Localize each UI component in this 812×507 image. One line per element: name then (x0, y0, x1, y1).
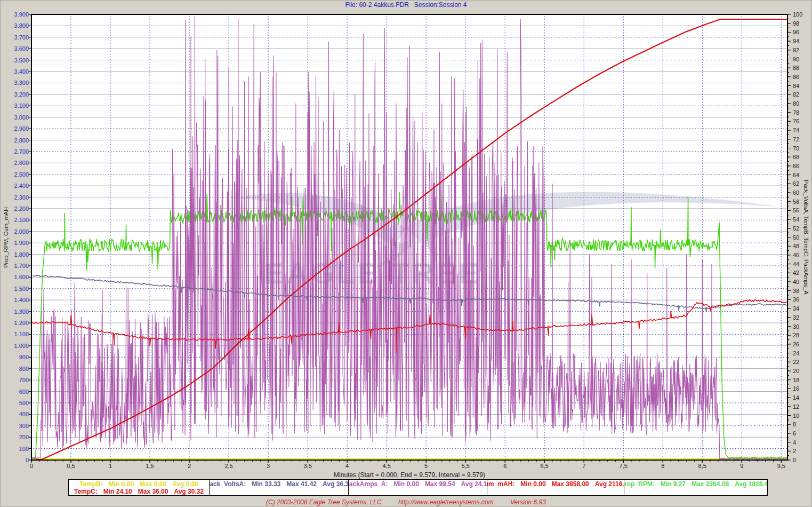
left-axis-tick-label: 1.700 (3, 263, 29, 270)
left-axis-tick-label: 2.200 (3, 205, 29, 212)
right-axis-tick-label: 46 (793, 252, 799, 259)
right-axis-tick-label: 20 (793, 368, 799, 375)
left-axis-tick-label: 3.500 (3, 57, 29, 64)
right-axis-tick-label: 6 (793, 430, 796, 437)
right-axis-title: Pack_VoltsA, TempB, TempC, PackAmps_A (801, 14, 811, 460)
right-axis-tick-label: 80 (793, 100, 799, 107)
plot-area: EAGLE TREE SYSTEMS (31, 14, 787, 460)
right-axis-tick-label: 4 (793, 439, 796, 446)
x-axis-tick-label: 9 (730, 463, 753, 470)
left-axis-tick-label: 200 (3, 434, 29, 441)
legend-cell: PackAmps_A:Min 0.00Max 99.54Avg 24.16 (349, 480, 487, 495)
right-axis-tick-label: 12 (793, 403, 799, 410)
right-axis-tick-label: 98 (793, 20, 799, 27)
left-axis-tick-label: 1.100 (3, 331, 29, 338)
left-axis-tick-label: 1.300 (3, 308, 29, 315)
legend-cell: Pack_VoltsA:Min 33.33Max 41.42Avg 36.33 (210, 480, 349, 495)
x-axis-tick-label: 1 (99, 463, 122, 470)
x-axis-tick-label: 6 (493, 463, 517, 470)
right-axis-tick-label: 64 (793, 172, 799, 179)
series-Pack_VoltsA (33, 275, 787, 312)
left-axis-tick-label: 1.500 (3, 286, 29, 292)
left-axis-tick-label: 3.000 (3, 114, 29, 121)
right-axis-tick-label: 54 (793, 216, 799, 223)
x-axis-tick-label: 1,5 (138, 463, 162, 470)
footer: (C) 2003-2008 Eagle Tree Systems, LLC ht… (0, 498, 812, 506)
right-axis-tick-label: 84 (793, 83, 799, 90)
left-axis-tick-label: 1.200 (3, 320, 29, 327)
left-axis-tick-label: 3.100 (3, 102, 29, 109)
right-axis-tick-label: 62 (793, 180, 799, 187)
left-axis-tick-label: 900 (3, 354, 29, 361)
left-axis-tick-label: 3.900 (3, 11, 29, 18)
right-axis-tick-label: 72 (793, 136, 799, 143)
legend-entry-Pack_VoltsA: Pack_VoltsA:Min 33.33Max 41.42Avg 36.33 (210, 480, 349, 488)
right-axis-tick-label: 18 (793, 377, 799, 384)
chart-canvas (31, 14, 787, 460)
left-axis-tick-label: 700 (3, 377, 29, 384)
right-axis-tick-label: 94 (793, 38, 799, 45)
left-axis-tick-label: 3.300 (3, 80, 29, 86)
right-axis-tick-label: 30 (793, 323, 799, 330)
x-axis-title: Minutes (Start = 0.000, End = 9.579, Int… (31, 471, 787, 479)
right-axis-tick-label: 14 (793, 394, 799, 401)
legend-cell: TempB:Min 0.00Max 0.00Avg 0.00TempC:Min … (69, 480, 210, 495)
footer-url: http://www.eagletreesystems.com (398, 498, 494, 506)
right-axis-tick-label: 92 (793, 47, 799, 54)
footer-version: Version 6.93 (510, 498, 546, 506)
left-axis-tick-label: 1.900 (3, 240, 29, 247)
x-axis-tick-label: 7,5 (612, 463, 635, 470)
left-axis-tick-label: 2.700 (3, 148, 29, 155)
right-axis-tick-label: 10 (793, 413, 799, 419)
right-axis-tick-label: 8 (793, 421, 796, 428)
right-axis-tick-label: 0 (793, 457, 796, 464)
left-axis-tick-label: 1.600 (3, 274, 29, 281)
x-axis-tick-label: 3,5 (296, 463, 319, 470)
right-axis-tick-label: 40 (793, 279, 799, 286)
left-axis-tick-label: 3.400 (3, 68, 29, 75)
right-axis-tick-label: 42 (793, 270, 799, 276)
x-axis-tick-label: 7 (572, 463, 596, 470)
right-axis-tick-label: 90 (793, 56, 799, 63)
left-axis-tick-label: 1.400 (3, 297, 29, 304)
right-axis-tick-label: 34 (793, 305, 799, 312)
left-axis-tick-label: 3.600 (3, 45, 29, 52)
right-axis-tick-label: 66 (793, 163, 799, 170)
right-axis-tick-label: 52 (793, 225, 799, 232)
right-axis-tick-label: 58 (793, 199, 799, 205)
left-axis-tick-label: 2.300 (3, 194, 29, 201)
x-axis-tick-label: 0,5 (59, 463, 83, 470)
right-axis-tick-label: 60 (793, 189, 799, 196)
legend-entry-TempC: TempC:Min 24.10Max 36.00Avg 30.32 (74, 488, 204, 495)
left-axis-tick-label: 1.000 (3, 343, 29, 350)
right-axis-tick-label: 28 (793, 332, 799, 339)
left-axis-tick-label: 2.600 (3, 160, 29, 167)
left-axis-tick-label: 1.800 (3, 251, 29, 258)
right-axis-tick-label: 48 (793, 243, 799, 250)
left-axis-tick-label: 2.000 (3, 228, 29, 235)
left-axis-tick-label: 2.900 (3, 125, 29, 132)
x-axis-tick-label: 2,5 (217, 463, 240, 470)
x-axis-tick-label: 5,5 (454, 463, 477, 470)
right-axis-tick-label: 36 (793, 296, 799, 303)
legend-entry-Cum_mAH: Cum_mAH:Min 0.00Max 3858.00Avg 2116.85 (487, 480, 624, 488)
legend-entry-TempB: TempB:Min 0.00Max 0.00Avg 0.00 (79, 480, 198, 488)
legend-entry-PackAmps_A: PackAmps_A:Min 0.00Max 99.54Avg 24.16 (349, 480, 487, 488)
x-axis-tick-label: 4,5 (375, 463, 398, 470)
right-axis-tick-label: 68 (793, 154, 799, 161)
footer-copyright: (C) 2003-2008 Eagle Tree Systems, LLC (266, 498, 382, 506)
left-axis-tick-label: 2.500 (3, 171, 29, 178)
right-axis-tick-label: 50 (793, 234, 799, 241)
right-axis-tick-label: 88 (793, 65, 799, 72)
left-axis-tick-label: 2.100 (3, 217, 29, 224)
right-axis-tick-label: 82 (793, 91, 799, 98)
left-axis-tick-label: 2.400 (3, 183, 29, 189)
window-title: File: 60-2 4akkus.FDR Session:Session 4 (0, 1, 812, 9)
right-axis-tick-label: 78 (793, 109, 799, 116)
right-axis-tick-label: 86 (793, 74, 799, 81)
x-axis-tick-label: 2 (178, 463, 201, 470)
left-axis-tick-label: 3.200 (3, 91, 29, 98)
series-PackAmps_A (31, 17, 787, 460)
right-axis-tick-label: 44 (793, 261, 799, 268)
x-axis-tick-label: 8,5 (690, 463, 714, 470)
